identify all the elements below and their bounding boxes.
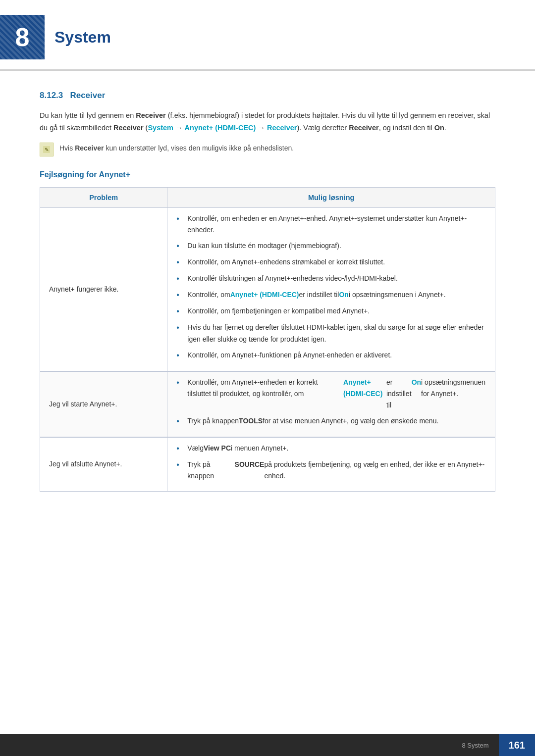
list-item: Hvis du har fjernet og derefter tilslutt… (176, 322, 486, 345)
solution-cell-2: Kontrollér, om Anynet+-enheden er korrek… (167, 371, 495, 437)
chapter-title: System (54, 28, 111, 47)
list-item: Kontrollér tilslutningen af Anynet+-enhe… (176, 273, 486, 285)
troubleshoot-heading: Fejlsøgning for Anynet+ (40, 170, 495, 179)
chapter-box: 8 (0, 15, 45, 59)
solution-list-3: Vælg View PC i menuen Anynet+. Tryk på k… (176, 443, 486, 482)
problem-cell-3: Jeg vil afslutte Anynet+. (40, 437, 167, 492)
note-box: ✎ Hvis Receiver kun understøtter lyd, vi… (40, 143, 495, 156)
list-item: Tryk på knappen TOOLS for at vise menuen… (176, 415, 486, 427)
on-bold-table: On (339, 289, 348, 301)
list-item: Du kan kun tilslutte én modtager (hjemme… (176, 240, 486, 252)
solution-list-2: Kontrollér, om Anynet+-enheden er korrek… (176, 377, 486, 427)
on-bold-2: On (412, 377, 421, 388)
anynet-link: Anynet+ (HDMI-CEC) (185, 124, 256, 132)
table-row: Anynet+ fungerer ikke. Kontrollér, om en… (40, 208, 495, 371)
anynet-cec-bold-2: Anynet+ (HDMI-CEC) (343, 377, 386, 400)
table-row: Jeg vil starte Anynet+. Kontrollér, om A… (40, 371, 495, 437)
list-item: Kontrollér, om Anynet+-enheden er korrek… (176, 377, 486, 411)
list-item: Kontrollér, om fjernbetjeningen er kompa… (176, 305, 486, 317)
receiver-bold-2: Receiver (113, 124, 143, 132)
footer-chapter-label: 8 System (462, 742, 498, 749)
page-header: 8 System (0, 0, 535, 71)
receiver-bold-3: Receiver (349, 124, 378, 132)
system-link: System (148, 124, 173, 132)
receiver-note-bold: Receiver (75, 144, 104, 152)
list-item: Tryk på knappen SOURCE på produktets fje… (176, 459, 486, 482)
list-item: Kontrollér, om Anynet+-funktionen på Any… (176, 350, 486, 361)
section-heading: 8.12.3 Receiver (40, 91, 495, 101)
tools-bold: TOOLS (239, 415, 263, 427)
solution-cell-3: Vælg View PC i menuen Anynet+. Tryk på k… (167, 437, 495, 492)
list-item: Vælg View PC i menuen Anynet+. (176, 443, 486, 454)
list-item: Kontrollér, om Anynet+-enhedens strømkab… (176, 256, 486, 268)
list-item: Kontrollér, om Anynet+ (HDMI-CEC) er ind… (176, 289, 486, 301)
col-problem-header: Problem (40, 188, 167, 208)
pencil-icon: ✎ (42, 145, 51, 154)
page-footer: 8 System 161 (0, 734, 535, 756)
receiver-link: Receiver (267, 124, 297, 132)
source-bold: SOURCE (235, 459, 265, 470)
list-item: Kontrollér, om enheden er en Anynet+-enh… (176, 213, 486, 236)
on-bold: On (434, 124, 444, 132)
troubleshoot-section: Fejlsøgning for Anynet+ Problem Mulig lø… (40, 170, 495, 492)
trouble-table: Problem Mulig løsning Anynet+ fungerer i… (40, 187, 495, 492)
table-row: Jeg vil afslutte Anynet+. Vælg View PC i… (40, 437, 495, 492)
note-text: Hvis Receiver kun understøtter lyd, vise… (59, 143, 294, 153)
view-pc-bold: View PC (204, 443, 231, 454)
anynet-cec-bold: Anynet+ (HDMI-CEC) (230, 289, 299, 301)
problem-cell-2: Jeg vil starte Anynet+. (40, 371, 167, 437)
receiver-bold-1: Receiver (136, 111, 165, 119)
svg-text:✎: ✎ (45, 147, 49, 152)
section-8-12-3: 8.12.3 Receiver Du kan lytte til lyd gen… (40, 91, 495, 156)
problem-cell-1: Anynet+ fungerer ikke. (40, 208, 167, 371)
note-icon: ✎ (40, 143, 54, 156)
footer-page-number: 161 (499, 734, 535, 756)
solution-list-1: Kontrollér, om enheden er en Anynet+-enh… (176, 213, 486, 361)
main-content: 8.12.3 Receiver Du kan lytte til lyd gen… (0, 71, 535, 531)
solution-cell-1: Kontrollér, om enheden er en Anynet+-enh… (167, 208, 495, 371)
intro-paragraph: Du kan lytte til lyd gennem en Receiver … (40, 109, 495, 134)
chapter-number: 8 (15, 22, 30, 52)
col-solution-header: Mulig løsning (167, 188, 495, 208)
